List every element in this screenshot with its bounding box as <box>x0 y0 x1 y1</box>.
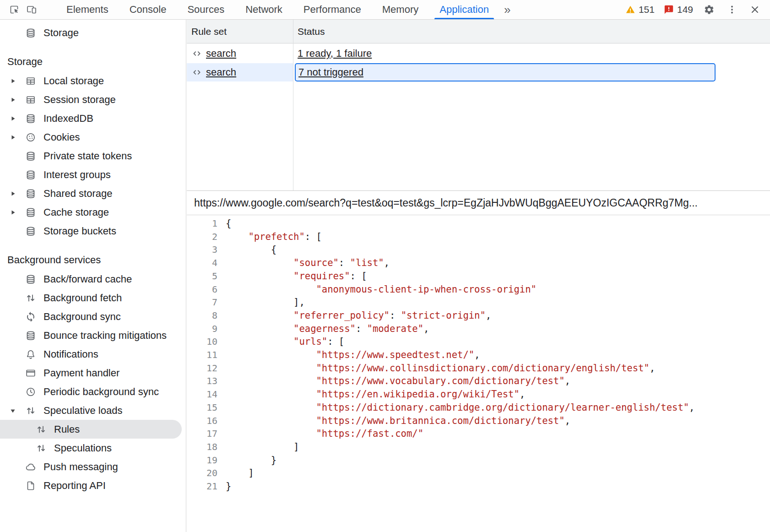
code-text: "prefetch": [ <box>217 230 322 244</box>
status-link[interactable]: 7 not triggered <box>298 66 363 78</box>
sidebar-item-notifications[interactable]: Notifications <box>0 345 186 364</box>
sidebar-item-payment-handler[interactable]: Payment handler <box>0 364 186 382</box>
line-number: 16 <box>187 414 217 428</box>
database-icon <box>25 113 36 124</box>
code-line: 6 "anonymous-client-ip-when-cross-origin… <box>187 283 770 296</box>
sidebar-item-rules[interactable]: Rules <box>0 420 182 439</box>
code-line: 7 ], <box>187 296 770 309</box>
code-text: ] <box>217 467 254 480</box>
line-number: 17 <box>187 427 217 440</box>
rule-row[interactable]: search1 ready, 1 failure <box>187 43 770 63</box>
sidebar-item-background-fetch[interactable]: Background fetch <box>0 288 186 307</box>
line-number: 15 <box>187 401 217 414</box>
code-text: "urls": [ <box>217 335 344 348</box>
sidebar-item-push-messaging[interactable]: Push messaging <box>0 457 186 476</box>
sidebar-item-indexeddb[interactable]: IndexedDB <box>0 109 186 128</box>
error-icon <box>664 5 674 15</box>
expander-spacer <box>8 350 17 359</box>
rule-set-link[interactable]: search <box>206 48 236 60</box>
line-number: 7 <box>187 296 217 309</box>
sidebar-item-shared-storage[interactable]: Shared storage <box>0 184 186 203</box>
device-toolbar-button[interactable] <box>23 1 40 18</box>
cookie-icon <box>25 132 36 143</box>
tab-application[interactable]: Application <box>429 0 499 19</box>
errors-counter[interactable]: 149 <box>662 3 695 16</box>
rules-grid-header: Rule set Status <box>187 20 770 43</box>
code-text: ] <box>217 440 299 454</box>
sidebar-item-local-storage[interactable]: Local storage <box>0 71 186 90</box>
sidebar-item-cookies[interactable]: Cookies <box>0 128 186 147</box>
code-line: 10 "urls": [ <box>187 335 770 348</box>
sidebar-item-storage-buckets[interactable]: Storage buckets <box>0 222 186 240</box>
tab-console[interactable]: Console <box>119 0 177 19</box>
sidebar-item-reporting-api[interactable]: Reporting API <box>0 476 186 495</box>
sidebar-item-cache-storage[interactable]: Cache storage <box>0 203 186 222</box>
sidebar-item-bounce-tracking-mitigations[interactable]: Bounce tracking mitigations <box>0 326 186 345</box>
sidebar-item-periodic-background-sync[interactable]: Periodic background sync <box>0 382 186 401</box>
close-icon <box>749 4 760 15</box>
expander-right-icon[interactable] <box>8 114 17 123</box>
line-number: 2 <box>187 230 217 244</box>
updown-arrows-icon <box>36 443 47 454</box>
application-panel: Rule set Status search1 ready, 1 failure… <box>187 20 770 532</box>
inspect-element-button[interactable] <box>5 1 23 18</box>
code-editor[interactable]: 1{2 "prefetch": [3 {4 "source": "list",5… <box>187 215 770 532</box>
warnings-counter[interactable]: 151 <box>624 3 656 16</box>
expander-right-icon[interactable] <box>8 76 17 86</box>
expander-spacer <box>8 293 17 303</box>
source-url-text: https://www.google.com/search?q=test&oq=… <box>194 197 698 209</box>
expander-right-icon[interactable] <box>8 95 17 104</box>
sidebar-item-label: Rules <box>54 423 80 435</box>
sidebar-item-background-sync[interactable]: Background sync <box>0 307 186 326</box>
sidebar-item-label: Background fetch <box>43 292 122 304</box>
sidebar-item-storage[interactable]: Storage <box>0 23 186 42</box>
tab-strip: ElementsConsoleSourcesNetworkPerformance… <box>56 0 499 19</box>
sidebar-item-interest-groups[interactable]: Interest groups <box>0 165 186 184</box>
sidebar-item-label: Back/forward cache <box>43 273 132 285</box>
sidebar-item-private-state-tokens[interactable]: Private state tokens <box>0 147 186 165</box>
code-line: 11 "https://www.speedtest.net/", <box>187 348 770 362</box>
tab-network[interactable]: Network <box>235 0 293 19</box>
sidebar-item-speculations[interactable]: Speculations <box>0 439 186 457</box>
sidebar-item-label: Notifications <box>43 348 98 360</box>
column-header-rule-set[interactable]: Rule set <box>187 20 293 43</box>
expander-down-icon[interactable] <box>8 406 17 415</box>
sidebar-item-speculative-loads[interactable]: Speculative loads <box>0 401 186 420</box>
tab-elements[interactable]: Elements <box>56 0 119 19</box>
tab-performance[interactable]: Performance <box>293 0 372 19</box>
code-line: 15 "https://dictionary.cambridge.org/dic… <box>187 401 770 414</box>
tab-memory[interactable]: Memory <box>372 0 429 19</box>
table-icon <box>25 76 36 87</box>
sidebar-item-label: Shared storage <box>43 188 112 200</box>
expander-right-icon[interactable] <box>8 208 17 217</box>
rule-set-link[interactable]: search <box>206 66 236 78</box>
sidebar-item-label: Storage <box>43 27 79 39</box>
code-line: 2 "prefetch": [ <box>187 230 770 244</box>
code-text: "https://www.britannica.com/dictionary/t… <box>217 414 570 428</box>
database-icon <box>25 151 36 162</box>
sidebar-item-back-forward-cache[interactable]: Back/forward cache <box>0 270 186 288</box>
sidebar-item-session-storage[interactable]: Session storage <box>0 90 186 109</box>
expander-spacer <box>8 28 17 38</box>
status-link[interactable]: 1 ready, 1 failure <box>298 48 372 60</box>
code-line: 8 "referrer_policy": "strict-origin", <box>187 309 770 322</box>
selected-status-cell[interactable]: 7 not triggered <box>295 63 716 81</box>
more-tabs-button[interactable]: » <box>499 3 515 17</box>
gear-icon <box>704 4 715 15</box>
column-divider[interactable] <box>293 20 293 190</box>
line-number: 13 <box>187 375 217 388</box>
sidebar-item-label: Interest groups <box>43 169 111 181</box>
tab-sources[interactable]: Sources <box>177 0 235 19</box>
sidebar-item-label: Local storage <box>43 75 104 87</box>
expander-right-icon[interactable] <box>8 133 17 142</box>
rule-row[interactable]: search7 not triggered <box>187 63 770 81</box>
main-menu-button[interactable] <box>723 1 741 18</box>
code-line: 5 "requires": [ <box>187 270 770 283</box>
settings-button[interactable] <box>700 1 718 18</box>
line-number: 4 <box>187 256 217 270</box>
expander-right-icon[interactable] <box>8 189 17 198</box>
column-header-status[interactable]: Status <box>293 20 770 43</box>
code-text: { <box>217 217 231 230</box>
warning-icon <box>625 5 635 15</box>
close-devtools-button[interactable] <box>746 1 764 18</box>
